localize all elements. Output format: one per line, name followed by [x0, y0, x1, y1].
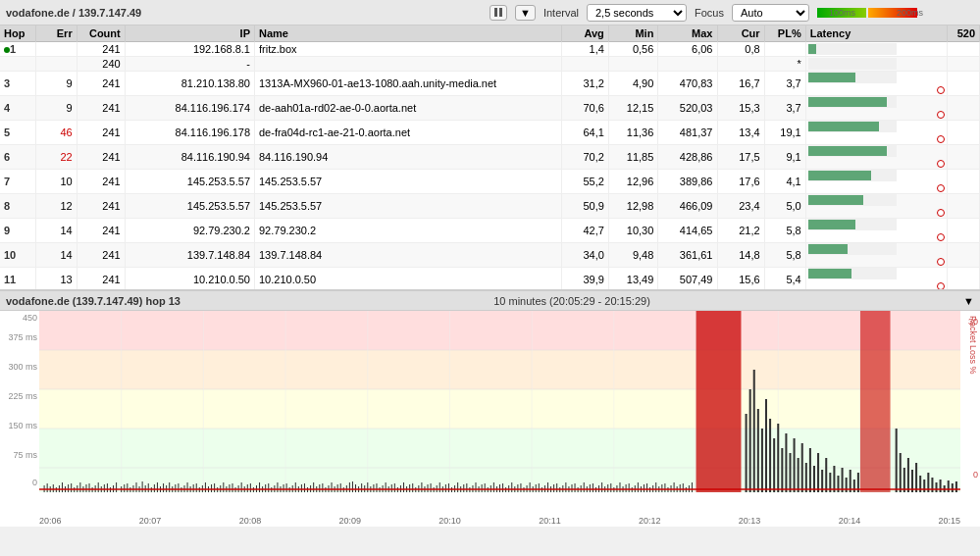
- table-row[interactable]: 4 9 241 84.116.196.174 de-aah01a-rd02-ae…: [0, 96, 980, 121]
- table-row[interactable]: 6 22 241 84.116.190.94 84.116.190.94 70,…: [0, 145, 980, 170]
- cell-cur: 15,6: [717, 268, 764, 291]
- svg-rect-0: [39, 311, 960, 350]
- cell-latency-bar: [805, 145, 947, 170]
- cell-min: 10,30: [608, 219, 658, 243]
- y-label-0: 0: [0, 478, 37, 487]
- latency-bar-fill: [808, 244, 848, 254]
- cell-err: 9: [35, 96, 77, 121]
- cell-avg: 1,4: [561, 42, 608, 57]
- cell-latency-bar: [805, 121, 947, 145]
- cell-count: 241: [77, 170, 125, 194]
- focus-select[interactable]: Auto Manual: [732, 4, 809, 22]
- cell-extra: [948, 243, 980, 268]
- cell-cur: 23,4: [717, 194, 764, 219]
- pl-scale-0: 0: [973, 470, 978, 480]
- cell-avg: 42,7: [561, 219, 608, 243]
- cell-count: 241: [77, 145, 125, 170]
- cell-hop: 11: [0, 268, 35, 291]
- cell-min: 0,56: [608, 42, 658, 57]
- svg-rect-19: [860, 311, 891, 492]
- app-header: vodafone.de / 139.7.147.49 ▼ Interval 2,…: [0, 0, 980, 25]
- table-row[interactable]: 11 13 241 10.210.0.50 10.210.0.50 39,9 1…: [0, 268, 980, 291]
- table-row[interactable]: 240 - *: [0, 57, 980, 72]
- cell-hop: 1: [0, 42, 35, 57]
- cell-hop: 3: [0, 72, 35, 96]
- cell-err: 22: [35, 145, 77, 170]
- y-label-225: 225 ms: [0, 391, 37, 401]
- app-title: vodafone.de / 139.7.147.49: [6, 7, 141, 19]
- cell-min: 13,49: [608, 268, 658, 291]
- col-avg: Avg: [561, 25, 608, 42]
- latency-bar-bg: [808, 268, 897, 279]
- x-label-2014: 20:14: [839, 516, 861, 526]
- table-row[interactable]: 8 12 241 145.253.5.57 145.253.5.57 50,9 …: [0, 194, 980, 219]
- table-row[interactable]: 3 9 241 81.210.138.80 1313A-MX960-01-ae1…: [0, 72, 980, 96]
- table-row[interactable]: 7 10 241 145.253.5.57 145.253.5.57 55,2 …: [0, 170, 980, 194]
- scale-label-100: 100ms: [829, 8, 855, 18]
- cell-err: 14: [35, 243, 77, 268]
- cell-extra: [948, 219, 980, 243]
- latency-scale: 100ms 200ms: [817, 8, 974, 18]
- cell-ip: 81.210.138.80: [125, 72, 254, 96]
- cell-avg: 70,6: [561, 96, 608, 121]
- col-520: 520: [948, 25, 980, 42]
- cell-pl: 9,1: [764, 145, 805, 170]
- graph-area: vodafone.de (139.7.147.49) hop 13 10 min…: [0, 290, 980, 527]
- cell-hop: [0, 57, 35, 72]
- cell-err: 12: [35, 194, 77, 219]
- cell-latency-bar: [805, 243, 947, 268]
- latency-bar-bg: [808, 219, 897, 230]
- cell-ip: 192.168.8.1: [125, 42, 254, 57]
- pause-button[interactable]: [490, 5, 507, 21]
- dropdown-arrow-button[interactable]: ▼: [515, 5, 536, 21]
- interval-select[interactable]: 2,5 seconds 5 seconds 10 seconds: [587, 4, 687, 22]
- cell-max: 361,61: [658, 243, 717, 268]
- x-label-2006: 20:06: [39, 516, 62, 526]
- y-label-75: 75 ms: [0, 450, 37, 460]
- table-row[interactable]: 1 241 192.168.8.1 fritz.box 1,4 0,56 6,0…: [0, 42, 980, 57]
- cell-err: 13: [35, 268, 77, 291]
- cell-latency-bar: [805, 72, 947, 96]
- latency-circle: [937, 135, 945, 143]
- cell-cur: 0,8: [717, 42, 764, 57]
- cell-min: 11,36: [608, 121, 658, 145]
- latency-bar-bg: [808, 194, 897, 206]
- cell-min: 12,98: [608, 194, 658, 219]
- latency-circle: [937, 160, 945, 168]
- cell-hop: 7: [0, 170, 35, 194]
- y-label-375: 375 ms: [0, 332, 37, 342]
- cell-name: 1313A-MX960-01-ae13-1080.aah.unity-media…: [255, 72, 562, 96]
- latency-bar-bg: [808, 58, 897, 70]
- cell-max: 6,06: [658, 42, 717, 57]
- latency-circle: [937, 282, 945, 290]
- cell-extra: [948, 194, 980, 219]
- table-row[interactable]: 10 14 241 139.7.148.84 139.7.148.84 34,0…: [0, 243, 980, 268]
- focus-label: Focus: [695, 7, 724, 19]
- cell-extra: [948, 121, 980, 145]
- cell-max: 520,03: [658, 96, 717, 121]
- pause-icon: [494, 8, 502, 17]
- table-header-row: Hop Err Count IP Name Avg Min Max Cur PL…: [0, 25, 980, 42]
- cell-pl: 5,8: [764, 243, 805, 268]
- cell-err: 9: [35, 72, 77, 96]
- cell-count: 241: [77, 268, 125, 291]
- col-hop: Hop: [0, 25, 35, 42]
- table-row[interactable]: 5 46 241 84.116.196.178 de-fra04d-rc1-ae…: [0, 121, 980, 145]
- table-row[interactable]: 9 14 241 92.79.230.2 92.79.230.2 42,7 10…: [0, 219, 980, 243]
- cell-avg: [561, 57, 608, 72]
- cell-err: [35, 42, 77, 57]
- cell-pl: 5,8: [764, 219, 805, 243]
- cell-count: 241: [77, 96, 125, 121]
- graph-scroll-down[interactable]: ▼: [963, 295, 974, 307]
- cell-name: 145.253.5.57: [255, 170, 562, 194]
- cell-err: 14: [35, 219, 77, 243]
- cell-name: fritz.box: [255, 42, 562, 57]
- latency-circle: [937, 86, 945, 94]
- cell-pl: [764, 42, 805, 57]
- cell-extra: [948, 42, 980, 57]
- latency-bar-fill: [808, 44, 816, 54]
- cell-max: [658, 57, 717, 72]
- latency-bar-fill: [808, 269, 851, 278]
- cell-min: [608, 57, 658, 72]
- cell-cur: 17,6: [717, 170, 764, 194]
